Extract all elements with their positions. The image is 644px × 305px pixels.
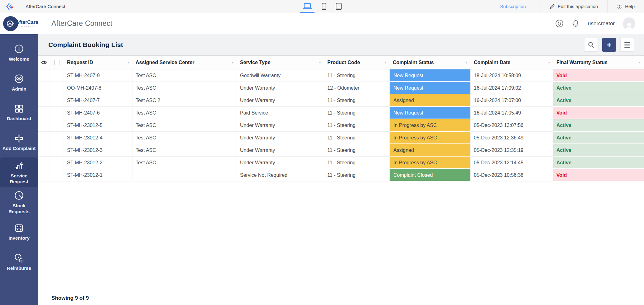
table-row[interactable]: ST-MH-23012-2Test ASCUnder Warranty11 - … xyxy=(38,157,644,169)
desktop-preview-button[interactable] xyxy=(302,0,312,13)
request-id-cell: ST-MH-23012-4 xyxy=(64,132,132,144)
product-code-cell: 11 - Steering xyxy=(324,144,390,157)
page-header: Complaint Booking List + xyxy=(38,34,644,55)
pie-chart-icon xyxy=(14,190,24,200)
request-id-cell: ST-MH-23012-5 xyxy=(64,119,132,132)
row-eye-cell xyxy=(38,132,50,144)
column-label: Complaint Status xyxy=(393,60,434,65)
table-row[interactable]: ST-MH-23012-1Service Not Required11 - St… xyxy=(38,169,644,181)
sidebar-item-inventory[interactable]: Inventory xyxy=(0,217,38,247)
plugin-status-icon[interactable] xyxy=(555,19,564,28)
product-code-cell: 12 - Odometer xyxy=(324,82,390,94)
table-row[interactable]: ST-MH-23012-5Test ASCUnder Warranty11 - … xyxy=(38,119,644,132)
row-checkbox-cell xyxy=(50,132,64,144)
row-checkbox-cell xyxy=(50,119,64,132)
visibility-toggle[interactable] xyxy=(38,56,50,69)
service-center-cell: Test ASC xyxy=(132,157,237,169)
notifications-bell-icon[interactable] xyxy=(572,19,580,28)
sidebar-item-service-request[interactable]: Service Request xyxy=(0,157,38,187)
row-checkbox-cell xyxy=(50,157,64,169)
app-header: AfterCare CONNECT AfterCare Connect user… xyxy=(0,13,644,34)
column-header-request-id[interactable]: Request ID ▼ xyxy=(64,56,132,69)
chevron-down-icon: ▼ xyxy=(231,61,234,64)
sidebar-item-stock-requests[interactable]: Stock Requests xyxy=(0,187,38,217)
column-header-product-code[interactable]: Product Code ▼ xyxy=(324,56,390,69)
toolbar-right: Subscription Edit this application ? Hel… xyxy=(486,0,644,13)
complaint-status-cell: New Request xyxy=(390,82,471,94)
logo-subtext: CONNECT xyxy=(16,26,38,27)
eye-icon xyxy=(41,60,47,65)
header-right: usercreator xyxy=(555,17,644,30)
complaint-date-cell: 16-Jul-2024 17:09:02 xyxy=(471,82,553,94)
aftercare-logo[interactable]: AfterCare CONNECT xyxy=(3,16,38,31)
phone-preview-button[interactable] xyxy=(322,0,326,13)
table-row[interactable]: OO-MH-2407-8Test ASCUnder Warranty12 - O… xyxy=(38,82,644,94)
row-checkbox-cell xyxy=(50,69,64,82)
request-id-cell: ST-MH-2407-7 xyxy=(64,94,132,107)
request-id-cell: OO-MH-2407-8 xyxy=(64,82,132,94)
edit-application-label: Edit this application xyxy=(558,4,598,9)
top-toolbar: AfterCare Connect xyxy=(0,0,644,13)
complaint-status-cell: In Progress by ASC xyxy=(390,132,471,144)
sidebar-item-reimburse[interactable]: Reimburse xyxy=(0,247,38,277)
warranty-status-cell: Void xyxy=(553,69,644,82)
edit-application-button[interactable]: Edit this application xyxy=(540,0,607,13)
sidebar-item-admin[interactable]: Admin xyxy=(0,68,38,98)
sidebar-item-welcome[interactable]: Welcome xyxy=(0,38,38,68)
complaint-status-cell: In Progress by ASC xyxy=(390,157,471,169)
calculator-icon xyxy=(14,223,24,233)
table-row[interactable]: ST-MH-2407-7Test ASC 2Under Warranty11 -… xyxy=(38,94,644,107)
service-center-cell: Test ASC 2 xyxy=(132,94,237,107)
warranty-status-cell: Active xyxy=(553,132,644,144)
service-center-cell: Test ASC xyxy=(132,69,237,82)
sidebar-item-label: Service Request xyxy=(0,173,38,185)
warranty-status-cell: Active xyxy=(553,157,644,169)
sidebar-item-dashboard[interactable]: Dashboard xyxy=(0,98,38,128)
clock-coins-icon xyxy=(14,253,24,263)
subscription-link[interactable]: Subscription xyxy=(486,4,540,9)
tablet-preview-button[interactable] xyxy=(336,0,342,13)
avatar[interactable] xyxy=(623,17,635,30)
column-header-complaint-date[interactable]: Complaint Date ▼ xyxy=(471,56,553,69)
complaint-status-cell: Complaint Closed xyxy=(390,169,471,181)
table-row[interactable]: ST-MH-2407-6Test ASCPaid Service11 - Ste… xyxy=(38,107,644,119)
sidebar-item-label: Admin xyxy=(10,86,28,92)
warranty-status-cell: Void xyxy=(553,107,644,119)
request-id-cell: ST-MH-23012-1 xyxy=(64,169,132,181)
aftercare-logo-text: AfterCare CONNECT xyxy=(16,20,38,27)
row-eye-cell xyxy=(38,94,50,107)
product-code-cell: 11 - Steering xyxy=(324,94,390,107)
complaint-date-cell: 16-Jul-2024 17:07:00 xyxy=(471,94,553,107)
column-label: Request ID xyxy=(67,60,93,65)
product-code-cell: 11 - Steering xyxy=(324,69,390,82)
select-all-checkbox[interactable] xyxy=(54,60,60,65)
request-id-cell: ST-MH-23012-3 xyxy=(64,144,132,157)
menu-button[interactable] xyxy=(620,38,634,52)
table-header-row: Request ID ▼ Assigned Service Center ▼ S… xyxy=(38,56,644,69)
platform-logo-button[interactable] xyxy=(0,0,19,13)
column-header-service-type[interactable]: Service Type ▼ xyxy=(237,56,324,69)
column-header-service-center[interactable]: Assigned Service Center ▼ xyxy=(132,56,237,69)
platform-logo-icon xyxy=(6,3,14,10)
sidebar-item-add-complaint[interactable]: Add Complaint xyxy=(0,128,38,157)
service-center-cell: Test ASC xyxy=(132,82,237,94)
row-checkbox-cell xyxy=(50,82,64,94)
help-button[interactable]: ? Help xyxy=(607,0,644,13)
service-type-cell: Under Warranty xyxy=(237,157,324,169)
table-row[interactable]: ST-MH-2407-9Test ASCGoodwill Warranty11 … xyxy=(38,69,644,82)
complaint-date-cell: 05-Dec-2023 12:36:49 xyxy=(471,132,553,144)
row-checkbox-cell xyxy=(50,94,64,107)
help-icon: ? xyxy=(617,4,622,9)
table-row[interactable]: ST-MH-23012-3Test ASCUnder Warranty11 - … xyxy=(38,144,644,157)
sidebar-item-label: Dashboard xyxy=(5,115,33,121)
table-row[interactable]: ST-MH-23012-4Test ASCUnder Warranty11 - … xyxy=(38,132,644,144)
complaint-status-cell: Assigned xyxy=(390,144,471,157)
row-eye-cell xyxy=(38,69,50,82)
add-record-button[interactable]: + xyxy=(602,38,616,52)
username[interactable]: usercreator xyxy=(588,21,615,27)
search-button[interactable] xyxy=(584,38,598,52)
chevron-down-icon: ▼ xyxy=(465,61,468,64)
column-header-complaint-status[interactable]: Complaint Status ▼ xyxy=(390,56,471,69)
page-title: Complaint Booking List xyxy=(48,41,123,49)
column-header-warranty-status[interactable]: Final Warranty Status ▼ xyxy=(553,56,644,69)
